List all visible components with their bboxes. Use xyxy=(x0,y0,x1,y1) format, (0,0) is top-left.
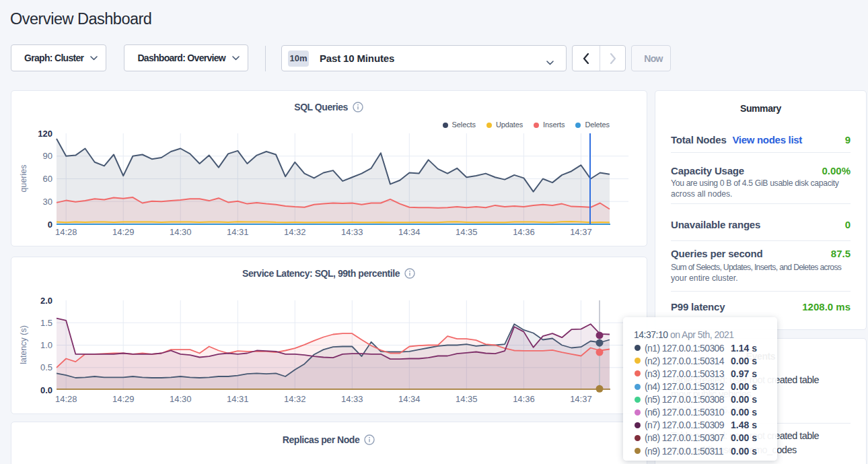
svg-text:0.0: 0.0 xyxy=(40,385,52,395)
svg-text:14:29: 14:29 xyxy=(112,394,135,404)
svg-text:14:37: 14:37 xyxy=(570,394,592,404)
svg-text:90: 90 xyxy=(43,151,52,161)
svg-text:queries: queries xyxy=(19,165,28,193)
svg-text:60: 60 xyxy=(43,174,52,184)
svg-text:14:35: 14:35 xyxy=(456,227,478,237)
svg-text:14:32: 14:32 xyxy=(284,394,306,404)
svg-text:latency (s): latency (s) xyxy=(19,325,28,364)
svg-text:14:34: 14:34 xyxy=(398,394,421,404)
svg-text:1.0: 1.0 xyxy=(40,340,52,350)
svg-text:0.5: 0.5 xyxy=(40,362,52,372)
svg-text:14:31: 14:31 xyxy=(227,394,249,404)
svg-text:14:36: 14:36 xyxy=(513,394,535,404)
svg-text:14:33: 14:33 xyxy=(341,227,363,237)
svg-text:14:32: 14:32 xyxy=(284,227,306,237)
svg-text:14:33: 14:33 xyxy=(341,394,363,404)
svg-text:14:31: 14:31 xyxy=(227,227,249,237)
svg-text:14:37: 14:37 xyxy=(570,227,592,237)
svg-text:0: 0 xyxy=(48,220,52,230)
svg-text:14:29: 14:29 xyxy=(112,227,135,237)
svg-text:14:30: 14:30 xyxy=(170,227,192,237)
svg-text:1.5: 1.5 xyxy=(40,318,52,328)
svg-text:30: 30 xyxy=(43,197,52,207)
svg-text:14:35: 14:35 xyxy=(456,394,478,404)
svg-text:14:28: 14:28 xyxy=(55,394,77,404)
svg-text:14:34: 14:34 xyxy=(398,227,421,237)
svg-text:14:36: 14:36 xyxy=(513,227,535,237)
svg-text:14:28: 14:28 xyxy=(55,227,77,237)
svg-text:120: 120 xyxy=(38,129,52,139)
svg-text:14:30: 14:30 xyxy=(170,394,192,404)
svg-text:2.0: 2.0 xyxy=(40,296,52,306)
